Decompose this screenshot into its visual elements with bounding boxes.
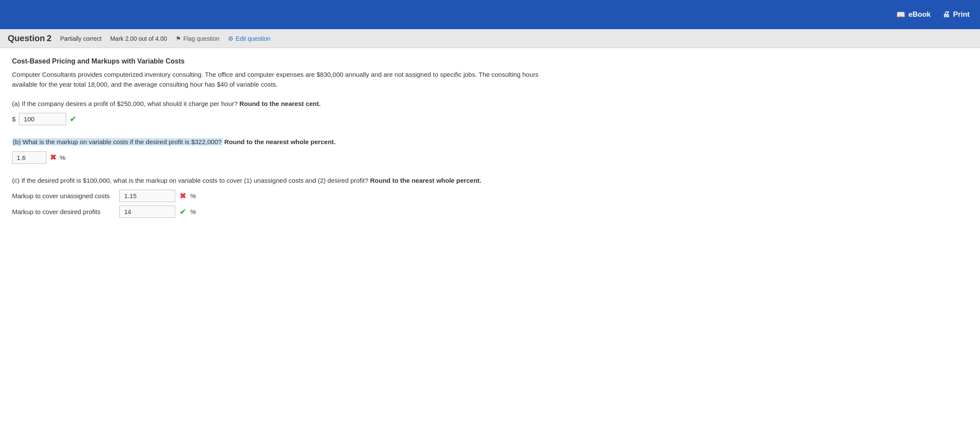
part-c-suffix-1: % bbox=[190, 192, 196, 199]
ebook-button[interactable]: 📖 eBook bbox=[896, 10, 931, 19]
flag-label: Flag question bbox=[183, 35, 219, 42]
flag-icon: ⚑ bbox=[176, 35, 181, 42]
part-c-check-icon: ✔ bbox=[180, 207, 186, 217]
print-button[interactable]: 🖨 Print bbox=[943, 10, 970, 19]
edit-label: Edit question bbox=[236, 35, 271, 42]
part-b-question-highlighted: (b) What is the markup on variable costs… bbox=[12, 138, 222, 145]
gear-icon: ⚙ bbox=[228, 35, 234, 42]
part-c-question-bold: Round to the nearest whole percent. bbox=[370, 177, 481, 184]
part-c-input-2[interactable] bbox=[119, 205, 175, 218]
part-b-input[interactable] bbox=[12, 151, 46, 164]
part-a-check-icon: ✔ bbox=[70, 115, 76, 124]
part-b: (b) What is the markup on variable costs… bbox=[12, 137, 546, 164]
flag-question-button[interactable]: ⚑ Flag question bbox=[176, 35, 219, 42]
question-mark: Mark 2.00 out of 4.00 bbox=[110, 35, 167, 42]
problem-text: Computer Consultants provides computeriz… bbox=[12, 69, 546, 90]
part-a-question: (a) If the company desires a profit of $… bbox=[12, 99, 546, 109]
edit-question-button[interactable]: ⚙ Edit question bbox=[228, 35, 271, 42]
part-b-cross-icon: ✖ bbox=[50, 153, 56, 162]
question-header: Question 2 Partially correct Mark 2.00 o… bbox=[0, 29, 980, 48]
question-number-label: Question 2 bbox=[8, 33, 52, 43]
part-a-prefix: $ bbox=[12, 115, 15, 123]
part-c-question-plain: (c) If the desired profit is $100,000, w… bbox=[12, 177, 370, 184]
part-a-question-bold: Round to the nearest cent. bbox=[239, 100, 320, 107]
question-body: Cost-Based Pricing and Markups with Vari… bbox=[0, 48, 558, 243]
question-status: Partially correct bbox=[60, 35, 101, 42]
part-c-fields: Markup to cover unassigned costs ✖ % Mar… bbox=[12, 190, 546, 218]
problem-title: Cost-Based Pricing and Markups with Vari… bbox=[12, 57, 546, 65]
part-c-cross-icon: ✖ bbox=[180, 191, 186, 201]
part-c-label-1: Markup to cover unassigned costs bbox=[12, 192, 115, 199]
part-c-field-1: Markup to cover unassigned costs ✖ % bbox=[12, 190, 546, 202]
print-label: Print bbox=[953, 10, 970, 19]
print-icon: 🖨 bbox=[943, 10, 950, 19]
part-b-question: (b) What is the markup on variable costs… bbox=[12, 137, 546, 147]
part-a-input[interactable] bbox=[19, 113, 66, 125]
ebook-label: eBook bbox=[908, 10, 931, 19]
question-number: 2 bbox=[47, 33, 52, 43]
part-c-field-2: Markup to cover desired profits ✔ % bbox=[12, 205, 546, 218]
part-c-suffix-2: % bbox=[190, 208, 196, 215]
part-b-question-bold: Round to the nearest whole percent. bbox=[224, 138, 335, 145]
part-c: (c) If the desired profit is $100,000, w… bbox=[12, 176, 546, 218]
part-a-answer: $ ✔ bbox=[12, 113, 546, 125]
part-a-question-plain: (a) If the company desires a profit of $… bbox=[12, 100, 239, 107]
ebook-icon: 📖 bbox=[896, 10, 905, 19]
part-b-answer: ✖ % bbox=[12, 151, 546, 164]
part-a: (a) If the company desires a profit of $… bbox=[12, 99, 546, 126]
part-c-input-1[interactable] bbox=[119, 190, 175, 202]
part-c-question: (c) If the desired profit is $100,000, w… bbox=[12, 176, 546, 186]
part-c-label-2: Markup to cover desired profits bbox=[12, 208, 115, 215]
part-b-suffix: % bbox=[60, 154, 65, 161]
top-bar: 📖 eBook 🖨 Print bbox=[0, 0, 980, 29]
